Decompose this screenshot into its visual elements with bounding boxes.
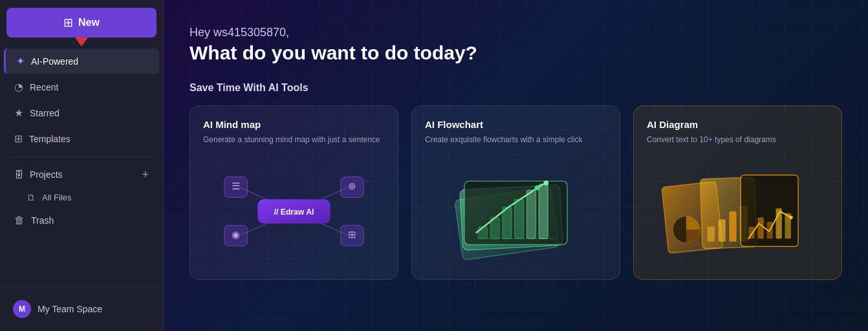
add-project-button[interactable]: +: [142, 169, 149, 180]
sidebar-item-starred[interactable]: ★ Starred: [4, 100, 159, 125]
svg-rect-22: [503, 207, 512, 239]
sidebar-item-ai-powered[interactable]: ✦ AI-Powered: [4, 48, 159, 74]
svg-rect-30: [719, 219, 726, 242]
svg-rect-21: [490, 217, 499, 239]
ai-tools-cards: AI Mind map Generate a stunning mind map…: [190, 105, 842, 280]
plus-icon: ⊞: [63, 16, 73, 30]
svg-rect-37: [766, 221, 772, 238]
svg-rect-20: [478, 226, 487, 239]
sidebar-item-all-files[interactable]: 🗋 All Files: [4, 187, 159, 208]
svg-rect-25: [539, 184, 548, 238]
ai-mind-map-title: AI Mind map: [203, 119, 385, 130]
new-button-label: New: [78, 17, 100, 28]
mindmap-svg: // Edraw AI ☰ ⊕ ◉ ⊞: [203, 163, 385, 260]
svg-text:⊕: ⊕: [348, 180, 356, 191]
sidebar-label-trash: Trash: [31, 215, 54, 226]
svg-text:⊞: ⊞: [348, 229, 356, 240]
sidebar-label-templates: Templates: [29, 134, 71, 144]
sidebar: ⊞ New ✦ AI-Powered ◔ Recent ★ Starred ⊞ …: [0, 0, 164, 331]
svg-rect-29: [708, 226, 715, 241]
main-content: Hey ws415305870, What do you want to do …: [164, 0, 868, 331]
ai-diagram-card[interactable]: AI Diagram Convert text to 10+ types of …: [633, 105, 842, 280]
ai-diagram-title: AI Diagram: [647, 119, 829, 130]
svg-text:☰: ☰: [232, 180, 240, 191]
sidebar-item-trash[interactable]: 🗑 Trash: [4, 208, 159, 233]
svg-text:◉: ◉: [232, 229, 240, 240]
all-files-icon: 🗋: [27, 193, 36, 202]
ai-flowchart-title: AI Flowchart: [425, 119, 607, 130]
ai-flowchart-card[interactable]: AI Flowchart Create exquisite flowcharts…: [411, 105, 620, 280]
ai-mind-map-visual: // Edraw AI ☰ ⊕ ◉ ⊞: [203, 156, 385, 266]
flowchart-svg: [425, 163, 607, 260]
sidebar-label-projects: Projects: [30, 169, 63, 180]
team-avatar: M: [13, 300, 31, 318]
ai-flowchart-visual: [425, 156, 607, 266]
ai-flowchart-desc: Create exquisite flowcharts with a simpl…: [425, 134, 607, 145]
projects-icon: 🗄: [14, 169, 23, 180]
star-icon: ★: [14, 107, 23, 119]
svg-rect-36: [757, 217, 763, 239]
sidebar-nav: ✦ AI-Powered ◔ Recent ★ Starred ⊞ Templa…: [0, 43, 163, 286]
team-space-button[interactable]: M My Team Space: [6, 295, 157, 323]
ai-diagram-desc: Convert text to 10+ types of diagrams: [647, 134, 829, 145]
sidebar-item-templates[interactable]: ⊞ Templates: [4, 126, 159, 151]
greeting-sub: Hey ws415305870,: [190, 26, 842, 39]
new-button[interactable]: ⊞ New: [6, 8, 157, 37]
ai-powered-icon: ✦: [16, 55, 25, 67]
trash-icon: 🗑: [14, 215, 25, 226]
templates-icon: ⊞: [14, 133, 23, 145]
ai-diagram-visual: [647, 156, 829, 266]
svg-rect-38: [776, 208, 782, 239]
svg-text:// Edraw AI: // Edraw AI: [274, 207, 314, 216]
sidebar-label-recent: Recent: [30, 82, 58, 92]
svg-rect-35: [748, 226, 754, 239]
diagram-svg: [647, 163, 829, 260]
svg-rect-31: [729, 211, 736, 242]
svg-rect-24: [526, 190, 536, 239]
recent-icon: ◔: [14, 81, 23, 93]
sidebar-item-recent[interactable]: ◔ Recent: [4, 74, 159, 100]
section-title: Save Time With AI Tools: [190, 82, 842, 94]
sidebar-item-projects[interactable]: 🗄 Projects +: [4, 162, 159, 187]
nav-divider: [10, 156, 153, 157]
upload-arrow-icon: [75, 37, 88, 47]
greeting-main: What do you want to do today?: [190, 42, 842, 64]
ai-mind-map-desc: Generate a stunning mind map with just a…: [203, 134, 385, 145]
team-space-label: My Team Space: [38, 304, 102, 314]
sidebar-label-all-files: All Files: [42, 193, 72, 202]
projects-left-group: 🗄 Projects: [14, 169, 63, 180]
svg-rect-23: [515, 199, 524, 239]
ai-mind-map-card[interactable]: AI Mind map Generate a stunning mind map…: [190, 105, 398, 280]
svg-rect-39: [785, 213, 791, 238]
sidebar-bottom: M My Team Space: [0, 286, 163, 331]
sidebar-label-starred: Starred: [30, 108, 60, 118]
sidebar-label-ai-powered: AI-Powered: [31, 56, 78, 67]
